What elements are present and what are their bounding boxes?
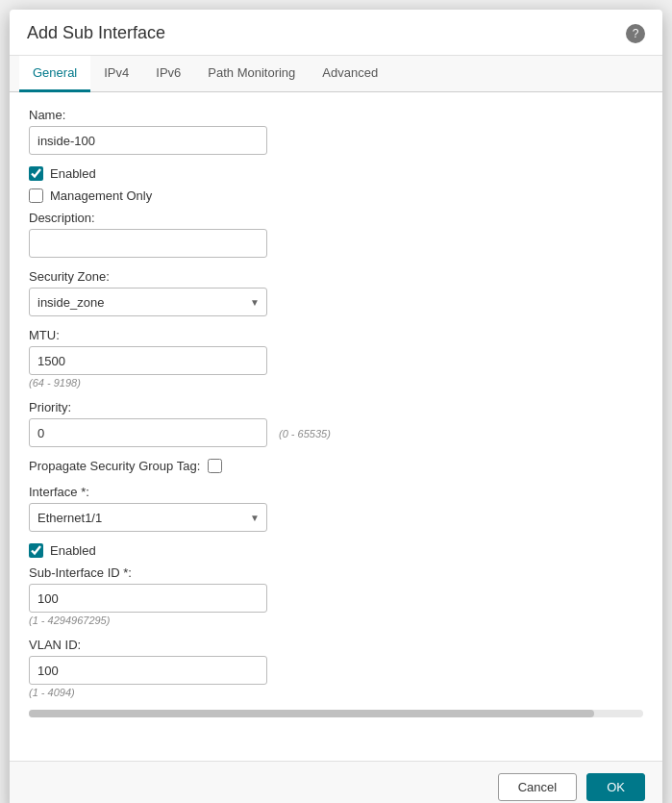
priority-hint: (0 - 65535) (279, 428, 331, 439)
propagate-label: Propagate Security Group Tag: (29, 459, 200, 473)
propagate-row: Propagate Security Group Tag: (29, 459, 643, 473)
mtu-input[interactable] (29, 346, 267, 375)
vlan-id-hint: (1 - 4094) (29, 687, 643, 698)
ok-button[interactable]: OK (586, 773, 645, 801)
enabled-row: Enabled (29, 166, 643, 181)
vlan-id-label: VLAN ID: (29, 638, 643, 652)
tab-ipv6[interactable]: IPv6 (142, 56, 194, 92)
tab-bar: General IPv4 IPv6 Path Monitoring Advanc… (10, 56, 662, 92)
sub-interface-id-hint: (1 - 4294967295) (29, 615, 643, 626)
name-label: Name: (29, 108, 643, 122)
name-group: Name: (29, 108, 643, 155)
interface-enabled-label: Enabled (50, 543, 96, 558)
vlan-id-input[interactable] (29, 656, 267, 685)
tab-advanced[interactable]: Advanced (309, 56, 391, 92)
dialog-body: Name: Enabled Management Only Descriptio… (10, 92, 662, 761)
priority-group: Priority: (0 - 65535) (29, 400, 643, 447)
security-zone-select[interactable]: inside_zone (29, 288, 267, 316)
priority-input[interactable] (29, 418, 267, 447)
interface-group: Interface *: Ethernet1/1 ▼ (29, 485, 643, 532)
description-input[interactable] (29, 229, 267, 258)
add-sub-interface-dialog: Add Sub Interface ? General IPv4 IPv6 Pa… (10, 10, 662, 803)
dialog-title: Add Sub Interface (27, 23, 165, 43)
vlan-id-group: VLAN ID: (1 - 4094) (29, 638, 643, 698)
mtu-label: MTU: (29, 328, 643, 342)
sub-interface-id-input[interactable] (29, 584, 267, 613)
priority-label: Priority: (29, 400, 643, 414)
interface-enabled-checkbox[interactable] (29, 543, 43, 558)
dialog-footer: Cancel OK (10, 761, 662, 803)
tab-general[interactable]: General (19, 56, 90, 92)
mtu-hint: (64 - 9198) (29, 377, 643, 389)
description-group: Description: (29, 211, 643, 258)
interface-enabled-row: Enabled (29, 543, 643, 558)
enabled-checkbox[interactable] (29, 166, 43, 181)
scrollbar-thumb (29, 710, 594, 717)
priority-row: (0 - 65535) (29, 418, 643, 447)
security-zone-select-wrapper: inside_zone ▼ (29, 288, 267, 316)
description-label: Description: (29, 211, 643, 225)
tab-ipv4[interactable]: IPv4 (90, 56, 142, 92)
dialog-header: Add Sub Interface ? (10, 10, 662, 56)
sub-interface-id-label: Sub-Interface ID *: (29, 565, 643, 580)
sub-interface-id-group: Sub-Interface ID *: (1 - 4294967295) (29, 565, 643, 626)
management-only-checkbox[interactable] (29, 188, 43, 203)
interface-select-wrapper: Ethernet1/1 ▼ (29, 503, 267, 532)
security-zone-label: Security Zone: (29, 269, 643, 284)
mtu-group: MTU: (64 - 9198) (29, 328, 643, 389)
interface-select[interactable]: Ethernet1/1 (29, 503, 267, 532)
help-icon[interactable]: ? (626, 24, 645, 43)
horizontal-scrollbar[interactable] (29, 710, 643, 717)
management-only-label: Management Only (50, 188, 152, 203)
tab-path-monitoring[interactable]: Path Monitoring (194, 56, 309, 92)
security-zone-group: Security Zone: inside_zone ▼ (29, 269, 643, 316)
management-only-row: Management Only (29, 188, 643, 203)
name-input[interactable] (29, 126, 267, 155)
enabled-label: Enabled (50, 166, 96, 181)
cancel-button[interactable]: Cancel (498, 773, 577, 801)
propagate-checkbox[interactable] (208, 459, 222, 473)
interface-label: Interface *: (29, 485, 643, 499)
